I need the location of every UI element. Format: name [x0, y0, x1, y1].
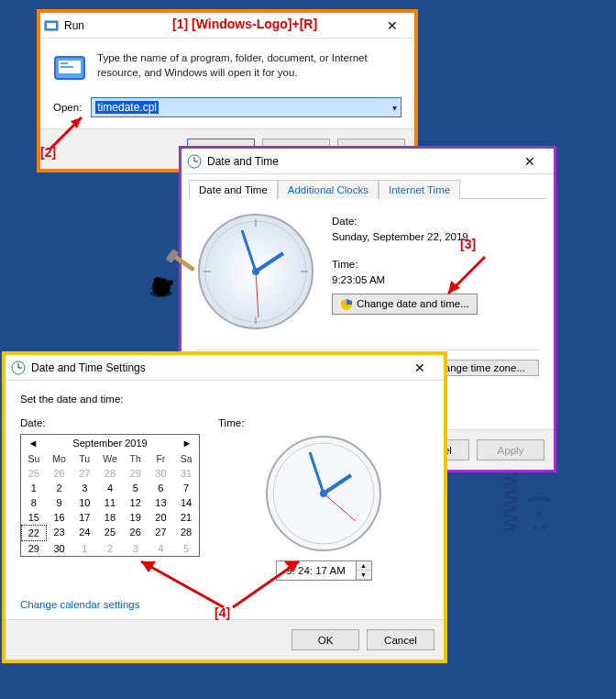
analog-clock — [264, 434, 383, 553]
svg-line-40 — [233, 561, 299, 607]
run-title: Run — [64, 19, 84, 32]
calendar-day[interactable]: 2 — [47, 481, 72, 495]
calendar-day[interactable]: 20 — [148, 510, 174, 525]
open-value: timedate.cpl — [95, 101, 159, 114]
calendar-day[interactable]: 16 — [47, 510, 72, 525]
calendar-dow: Fr — [148, 451, 174, 466]
prev-month-button[interactable]: ◄ — [27, 438, 39, 449]
arrow-icon — [434, 250, 499, 305]
dt-titlebar: Date and Time ✕ — [182, 149, 554, 174]
calendar-dow: We — [97, 451, 123, 466]
calendar-day[interactable]: 7 — [173, 481, 199, 495]
calendar-day[interactable]: 22 — [21, 525, 47, 541]
calendar-day[interactable]: 12 — [123, 495, 148, 510]
svg-point-20 — [252, 268, 259, 275]
svg-point-37 — [320, 490, 327, 497]
run-icon — [44, 18, 59, 33]
date-value: Sunday, September 22, 2019 — [332, 229, 539, 245]
apply-button[interactable]: Apply — [477, 439, 544, 460]
calendar-day[interactable]: 13 — [148, 495, 174, 510]
change-calendar-settings-link[interactable]: Change calendar settings — [20, 599, 139, 610]
calendar-month: September 2019 — [72, 438, 147, 449]
arrow-icon — [123, 550, 242, 615]
close-icon[interactable]: ✕ — [374, 18, 411, 33]
shield-icon — [340, 298, 353, 311]
chevron-down-icon[interactable]: ▾ — [392, 103, 397, 113]
calendar-day[interactable]: 1 — [21, 481, 47, 495]
tab-additional-clocks[interactable]: Additional Clocks — [278, 180, 379, 199]
calendar-day[interactable]: 1 — [72, 541, 97, 556]
calendar-day[interactable]: 9 — [47, 495, 72, 510]
tab-date-time[interactable]: Date and Time — [189, 180, 278, 199]
calendar-day[interactable]: 15 — [21, 510, 47, 525]
calendar-day[interactable]: 8 — [21, 495, 47, 510]
calendar-day[interactable]: 30 — [47, 541, 72, 556]
svg-point-25 — [154, 277, 161, 284]
calendar-day[interactable]: 27 — [72, 466, 97, 481]
calendar-day[interactable]: 26 — [47, 466, 72, 481]
svg-point-26 — [168, 280, 173, 285]
calendar-day[interactable]: 4 — [97, 481, 123, 495]
dts-title: Date and Time Settings — [31, 361, 146, 374]
dts-titlebar: Date and Time Settings ✕ — [6, 355, 444, 381]
next-month-button[interactable]: ► — [181, 438, 193, 449]
svg-rect-4 — [60, 62, 68, 64]
calendar-day[interactable]: 11 — [97, 495, 123, 510]
clock-icon — [11, 361, 26, 375]
spin-down-button[interactable]: ▼ — [357, 571, 371, 580]
annotation-1: [1] [Windows-Logo]+[R] — [172, 17, 317, 31]
calendar-day[interactable]: 3 — [72, 481, 97, 495]
calendar-day[interactable]: 21 — [173, 510, 199, 525]
calendar-day[interactable]: 18 — [97, 510, 123, 525]
calendar-day[interactable]: 29 — [123, 466, 148, 481]
calendar[interactable]: ◄ September 2019 ► SuMoTuWeThFrSa2526272… — [20, 434, 200, 557]
run-description: Type the name of a program, folder, docu… — [97, 51, 402, 84]
analog-clock — [196, 212, 315, 331]
date-label: Date: — [20, 417, 200, 428]
calendar-dow: Sa — [173, 451, 199, 466]
calendar-day[interactable]: 27 — [148, 525, 174, 541]
arrow-icon — [40, 108, 95, 154]
calendar-day[interactable]: 6 — [148, 481, 174, 495]
spin-up-button[interactable]: ▲ — [357, 561, 371, 571]
calendar-day[interactable]: 24 — [72, 525, 97, 541]
time-label: Time: — [218, 417, 244, 428]
svg-rect-1 — [47, 23, 56, 28]
tab-internet-time[interactable]: Internet Time — [379, 180, 460, 199]
close-icon[interactable]: ✕ — [512, 154, 548, 169]
calendar-dow: Su — [21, 451, 47, 466]
calendar-day[interactable]: 31 — [173, 466, 199, 481]
hammer-icon — [141, 246, 205, 310]
arrow-icon — [226, 550, 326, 615]
calendar-dow: Tu — [72, 451, 97, 466]
close-icon[interactable]: ✕ — [402, 361, 438, 375]
calendar-day[interactable]: 10 — [72, 495, 97, 510]
svg-line-38 — [141, 561, 224, 607]
calendar-day[interactable]: 25 — [21, 466, 47, 481]
calendar-day[interactable]: 26 — [123, 525, 148, 541]
svg-rect-5 — [60, 66, 73, 68]
calendar-day[interactable]: 28 — [173, 525, 199, 541]
dt-title: Date and Time — [207, 155, 279, 168]
calendar-day[interactable]: 23 — [47, 525, 72, 541]
calendar-day[interactable]: 5 — [123, 481, 148, 495]
date-label: Date: — [332, 214, 539, 229]
calendar-day[interactable]: 30 — [148, 466, 174, 481]
cancel-button[interactable]: Cancel — [367, 629, 434, 650]
calendar-day[interactable]: 2 — [97, 541, 123, 556]
calendar-day[interactable]: 29 — [21, 541, 47, 556]
dts-prompt: Set the date and time: — [20, 394, 429, 405]
calendar-day[interactable]: 25 — [97, 525, 123, 541]
open-combobox[interactable]: timedate.cpl ▾ — [91, 97, 402, 117]
ok-button[interactable]: OK — [292, 629, 359, 650]
calendar-dow: Mo — [47, 451, 72, 466]
run-app-icon — [53, 51, 86, 84]
calendar-day[interactable]: 17 — [72, 510, 97, 525]
calendar-day[interactable]: 19 — [123, 510, 148, 525]
calendar-dow: Th — [123, 451, 148, 466]
clock-icon — [187, 154, 202, 169]
calendar-day[interactable]: 28 — [97, 466, 123, 481]
calendar-day[interactable]: 14 — [173, 495, 199, 510]
